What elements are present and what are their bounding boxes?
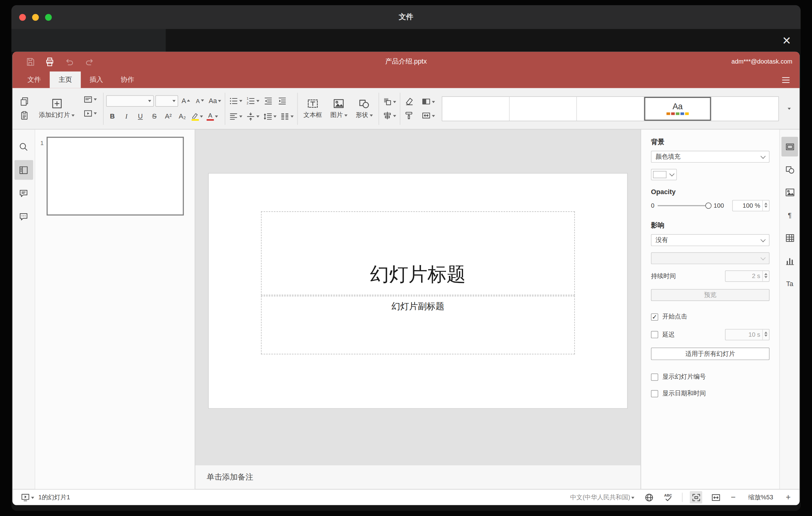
slide-canvas[interactable]: 幻灯片标题 幻灯片副标题 <box>195 130 641 465</box>
change-case-button[interactable]: Aa <box>208 94 222 107</box>
start-slideshow-status-button[interactable] <box>20 491 35 503</box>
print-button[interactable] <box>44 56 56 68</box>
highlight-color-button[interactable] <box>190 110 204 122</box>
chart-settings-icon[interactable] <box>781 251 798 270</box>
arrange-shape-button[interactable] <box>382 95 397 108</box>
tab-home[interactable]: 主页 <box>50 71 81 88</box>
decrease-indent-button[interactable] <box>262 94 274 107</box>
minimize-window-button[interactable] <box>32 13 39 20</box>
insert-shape-button[interactable]: 形状 <box>353 93 376 124</box>
add-slide-button[interactable]: 添加幻灯片 <box>36 93 78 124</box>
shape-settings-icon[interactable] <box>781 160 798 179</box>
theme-option-5[interactable] <box>712 96 778 120</box>
zoom-window-button[interactable] <box>45 13 52 20</box>
apply-to-all-slides-button[interactable]: 适用于所有幻灯片 <box>651 347 770 360</box>
copy-button[interactable] <box>18 95 31 108</box>
fit-slide-button[interactable] <box>690 491 702 503</box>
search-icon[interactable] <box>14 137 33 156</box>
strikethrough-button[interactable]: S <box>148 110 161 122</box>
opacity-input[interactable]: 100 % <box>732 200 770 211</box>
theme-option-selected[interactable]: Aa <box>644 96 712 120</box>
opacity-slider[interactable] <box>658 205 710 206</box>
language-select[interactable]: 中文(中华人民共和国) <box>569 491 636 503</box>
duration-row: 持续时间 2 s <box>651 270 770 282</box>
subtitle-placeholder[interactable]: 幻灯片副标题 <box>261 296 575 354</box>
undo-button[interactable] <box>63 56 76 68</box>
slide-settings-icon[interactable] <box>781 137 798 156</box>
chat-icon[interactable] <box>14 207 33 227</box>
delay-checkbox[interactable] <box>651 331 658 339</box>
paragraph-settings-icon[interactable]: ¶ <box>781 205 798 225</box>
close-window-button[interactable] <box>19 13 26 20</box>
fill-color-select[interactable] <box>651 169 677 180</box>
slide-thumbnail[interactable] <box>47 137 184 216</box>
font-size-combo[interactable] <box>155 95 178 107</box>
textart-settings-icon[interactable]: Ta <box>781 274 798 293</box>
slides-panel-icon[interactable] <box>14 160 33 180</box>
transition-variant-select[interactable] <box>651 252 770 264</box>
bold-button[interactable]: B <box>106 110 118 122</box>
fill-type-select[interactable]: 颜色填充 <box>651 151 770 163</box>
slide[interactable]: 幻灯片标题 幻灯片副标题 <box>208 173 627 408</box>
show-date-checkbox[interactable] <box>651 390 658 397</box>
spinner-arrows[interactable] <box>762 201 769 211</box>
spinner-arrows[interactable] <box>762 271 769 282</box>
slider-thumb[interactable] <box>705 202 712 209</box>
title-placeholder[interactable]: 幻灯片标题 <box>261 211 575 295</box>
bullet-list-button[interactable] <box>228 94 243 107</box>
duration-input[interactable]: 2 s <box>725 270 770 282</box>
theme-option-3[interactable] <box>577 96 644 120</box>
tab-insert[interactable]: 插入 <box>81 71 112 88</box>
transition-select[interactable]: 没有 <box>651 234 770 246</box>
underline-button[interactable]: U <box>134 110 147 122</box>
tab-file[interactable]: 文件 <box>19 71 50 88</box>
chevron-down-icon <box>393 115 396 118</box>
close-icon[interactable]: ✕ <box>779 33 794 49</box>
start-on-click-checkbox[interactable]: ✓ <box>651 313 658 321</box>
increase-font-button[interactable]: A <box>179 94 192 107</box>
zoom-out-button[interactable]: − <box>729 492 737 502</box>
zoom-in-button[interactable]: + <box>784 492 792 502</box>
insert-image-button[interactable]: 图片 <box>327 93 351 124</box>
delay-input[interactable]: 10 s <box>725 329 770 340</box>
paste-button[interactable] <box>18 109 31 122</box>
increase-indent-button[interactable] <box>276 94 288 107</box>
show-slide-number-checkbox[interactable] <box>651 373 658 380</box>
save-button[interactable] <box>24 56 36 68</box>
insert-textbox-button[interactable]: 文本框 <box>300 93 325 124</box>
decrease-font-button[interactable]: A <box>194 94 206 107</box>
slide-size-button[interactable] <box>420 109 436 122</box>
line-spacing-button[interactable] <box>262 110 277 122</box>
theme-gallery-expand-button[interactable] <box>782 96 796 121</box>
horizontal-align-button[interactable] <box>228 110 243 122</box>
slide-layout-button[interactable] <box>82 93 98 105</box>
superscript-button[interactable]: A² <box>162 110 174 122</box>
theme-option-2[interactable] <box>510 96 577 120</box>
columns-button[interactable] <box>279 110 295 122</box>
comments-icon[interactable] <box>14 183 33 203</box>
start-slideshow-button[interactable] <box>82 107 98 119</box>
set-language-icon[interactable] <box>643 491 655 503</box>
redo-button[interactable] <box>83 56 95 68</box>
strikethrough-icon: S <box>152 112 157 120</box>
copy-style-button[interactable] <box>403 109 415 122</box>
notes-area[interactable]: 单击添加备注 <box>195 465 641 489</box>
clear-style-button[interactable] <box>403 95 415 108</box>
tab-collaboration[interactable]: 协作 <box>112 71 143 88</box>
font-color-button[interactable]: A <box>205 110 219 122</box>
spellcheck-icon[interactable]: ABC <box>662 491 675 503</box>
table-settings-icon[interactable] <box>781 228 798 248</box>
align-shape-button[interactable] <box>382 109 397 122</box>
preview-button[interactable]: 预览 <box>651 289 770 301</box>
italic-button[interactable]: I <box>120 110 132 122</box>
numbered-list-button[interactable]: 12 <box>245 94 260 107</box>
image-settings-icon[interactable] <box>781 182 798 202</box>
font-name-combo[interactable] <box>106 95 154 107</box>
color-scheme-button[interactable] <box>420 95 436 108</box>
spinner-arrows[interactable] <box>762 329 769 340</box>
theme-option-1[interactable] <box>442 96 509 120</box>
subscript-button[interactable]: A₂ <box>176 110 188 122</box>
fit-width-button[interactable] <box>709 491 722 503</box>
menu-icon[interactable] <box>779 74 792 86</box>
vertical-align-button[interactable] <box>245 110 260 122</box>
